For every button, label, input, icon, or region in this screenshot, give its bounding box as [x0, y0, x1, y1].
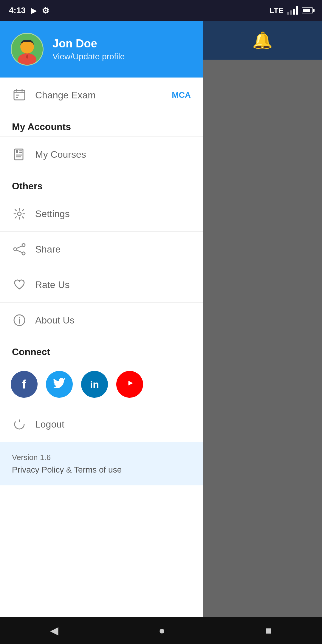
header-user-info: Jon Doe View/Update profile — [52, 37, 125, 61]
twitter-button[interactable] — [46, 371, 73, 398]
drawer-container: Jon Doe View/Update profile — [0, 21, 322, 617]
home-button[interactable]: ● — [159, 624, 165, 637]
svg-line-20 — [17, 246, 22, 248]
youtube-icon — [123, 377, 136, 392]
exam-badge: MCA — [172, 90, 191, 100]
settings-label: Settings — [35, 208, 191, 219]
share-label: Share — [35, 244, 191, 255]
my-courses-label: My Courses — [35, 149, 191, 160]
drawer-footer: Version 1.6 Privacy Policy & Terms of us… — [0, 442, 203, 485]
connect-section-header: Connect — [0, 338, 203, 362]
youtube-button[interactable] — [116, 371, 143, 398]
heart-icon — [12, 277, 27, 292]
logout-item[interactable]: Logout — [0, 407, 203, 442]
svg-point-17 — [22, 244, 25, 247]
svg-marker-26 — [129, 381, 133, 385]
change-exam-item[interactable]: Change Exam MCA — [0, 78, 203, 113]
rate-us-label: Rate Us — [35, 279, 191, 290]
navigation-drawer: Jon Doe View/Update profile — [0, 21, 203, 617]
privacy-policy-link[interactable]: Privacy Policy & Terms of use — [12, 465, 191, 475]
bottom-nav-bar: ◀ ● ■ — [0, 617, 322, 644]
view-update-profile[interactable]: View/Update profile — [52, 52, 125, 61]
share-item[interactable]: Share — [0, 232, 203, 267]
logout-icon — [12, 417, 27, 432]
linkedin-icon: in — [90, 379, 99, 390]
change-exam-label: Change Exam — [35, 90, 163, 101]
notification-area: 🔔 — [203, 21, 322, 60]
signal-bars — [287, 6, 298, 15]
drawer-header[interactable]: Jon Doe View/Update profile — [0, 21, 203, 78]
recent-button[interactable]: ■ — [265, 624, 272, 637]
svg-line-21 — [17, 250, 22, 253]
info-icon — [12, 313, 27, 328]
svg-point-19 — [14, 248, 17, 251]
version-text: Version 1.6 — [12, 453, 191, 462]
svg-point-18 — [22, 252, 25, 255]
change-exam-icon — [12, 88, 27, 103]
facebook-icon: f — [22, 378, 26, 391]
back-button[interactable]: ◀ — [50, 624, 58, 637]
dimmed-overlay[interactable]: 🔔 — [203, 21, 322, 617]
about-us-item[interactable]: About Us — [0, 303, 203, 338]
linkedin-button[interactable]: in — [81, 371, 108, 398]
status-gear-icon — [42, 6, 49, 16]
about-us-label: About Us — [35, 315, 191, 326]
twitter-icon — [53, 377, 66, 392]
drawer-content: Change Exam MCA My Accounts — [0, 78, 203, 617]
my-courses-icon — [12, 147, 27, 162]
others-section-header: Others — [0, 172, 203, 196]
notification-bell-icon[interactable]: 🔔 — [252, 31, 273, 50]
svg-point-24 — [19, 317, 20, 318]
facebook-button[interactable]: f — [11, 371, 38, 398]
settings-item[interactable]: Settings — [0, 196, 203, 232]
avatar[interactable] — [11, 33, 44, 66]
battery-icon — [302, 7, 313, 13]
user-name: Jon Doe — [52, 37, 125, 50]
status-time: 4:13 — [9, 6, 26, 15]
settings-icon — [12, 206, 27, 221]
logout-label: Logout — [35, 419, 191, 430]
my-courses-item[interactable]: My Courses — [0, 137, 203, 172]
svg-rect-11 — [16, 150, 18, 153]
play-icon — [31, 6, 36, 15]
lte-label: LTE — [270, 6, 284, 15]
share-icon — [12, 242, 27, 257]
status-bar: 4:13 LTE — [0, 0, 322, 21]
svg-point-16 — [18, 212, 21, 216]
my-accounts-section-header: My Accounts — [0, 113, 203, 137]
rate-us-item[interactable]: Rate Us — [0, 267, 203, 303]
social-icons-container: f in — [0, 362, 203, 407]
